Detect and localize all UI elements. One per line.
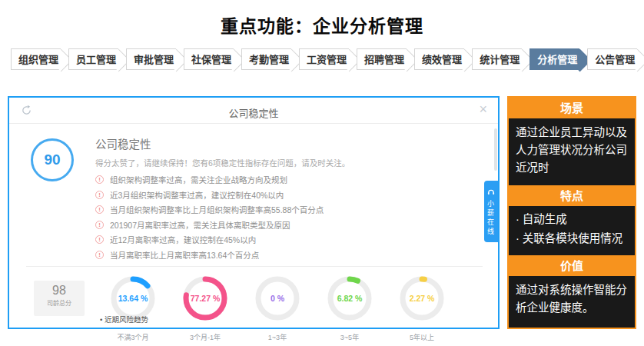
donut-gauge: 0 % [254,274,301,322]
modal-title: 公司稳定性 [9,105,498,120]
stability-score-section: 90 公司稳定性 得分太赞了，请继续保持！您有6项稳定性指标存在问题，请及时关注… [26,135,483,264]
feature-item: 关联各模块使用情况 [516,229,628,248]
scrollbar-thumb[interactable] [494,128,497,171]
donut-gauge: 77.27 % [181,274,229,322]
info-sidebar: 场景 通过企业员工异动以及人力管理状况分析公司近况时 特点 自动生成 关联各模块… [507,96,636,329]
report-title: 公司稳定性 [95,135,483,151]
sidebar-value-text: 通过对系统操作智能分析企业健康度。 [509,276,635,328]
modal-body: 90 公司稳定性 得分太赞了，请继续保持！您有6项稳定性指标存在问题，请及时关注… [9,125,498,328]
donut-value: 77.27 % [181,274,229,322]
sidebar-feature-list: 自动生成 关联各模块使用情况 [509,206,635,255]
headset-icon [487,188,495,195]
tenure-total-score-box: 98 司龄总分 [34,281,85,316]
tenure-distribution-section: 98 司龄总分 13.64 % 不满3个月 [26,266,483,342]
stability-score-gauge: 90 [31,138,74,181]
warning-item: !组织架构调整率过高，需关注企业战略方向及规划 [95,174,483,185]
donut-label: 3~5年 [340,332,359,342]
tab-recruiting[interactable]: 招聘管理 [357,48,407,70]
tenure-total-score: 98 [34,284,85,298]
online-service-label: 小薪在线 [486,200,496,237]
warning-item: !当月组织架构调整率比上月组织架构调整率高55.88个百分点 [95,204,483,215]
donut-value: 0 % [254,274,301,322]
warning-icon: ! [95,205,104,214]
sidebar-scene-text: 通过企业员工异动以及人力管理状况分析公司近况时 [509,118,635,185]
warning-item: !近12月离职率过高，建议控制在45%以内 [95,234,483,245]
tab-approval[interactable]: 审批管理 [126,48,176,70]
stability-report: 公司稳定性 得分太赞了，请继续保持！您有6项稳定性指标存在问题，请及时关注。 !… [95,135,483,264]
warning-icon: ! [95,221,104,229]
donut-value: 6.82 % [326,274,373,322]
donut-tenure-under-3m: 13.64 % 不满3个月 [97,274,169,342]
tab-attendance[interactable]: 考勤管理 [241,48,291,70]
tab-social-security[interactable]: 社保管理 [184,48,234,70]
warning-icon: ! [95,175,104,184]
tab-organization[interactable]: 组织管理 [11,48,61,70]
page-title: 重点功能：企业分析管理 [0,12,644,38]
feature-item: 自动生成 [516,210,628,229]
donut-gauge: 2.27 % [398,274,446,322]
donut-label: 1~3年 [268,332,287,342]
tab-statistics[interactable]: 统计管理 [472,48,522,70]
tenure-total-label: 司龄总分 [34,298,85,307]
donut-label: 不满3个月 [117,332,148,342]
donut-label: 5年以上 [410,332,434,342]
donut-tenure-1-3y: 0 % 1~3年 [241,274,314,342]
sidebar-section-title-value: 价值 [509,255,635,276]
warning-item: !201907月离职率过高，需关注具体离职类型及原因 [95,219,483,231]
module-tabbar: 组织管理 员工管理 审批管理 社保管理 考勤管理 工资管理 招聘管理 绩效管理 … [11,48,644,70]
online-service-tab[interactable]: 小薪在线 [484,181,498,242]
donut-gauge: 6.82 % [326,274,373,322]
modal-header: 公司稳定性 × [9,98,498,124]
warning-item: !当月离职率比上月离职率高13.64个百分点 [95,249,483,261]
warning-item: !近3月组织架构调整率过高，建议控制在40%以内 [95,189,483,201]
tab-announcement[interactable]: 公告管理 [587,48,637,70]
warning-icon: ! [95,251,104,259]
sidebar-section-title-scene: 场景 [509,98,635,118]
donut-tenure-3m-1y: 77.27 % 3个月-1年 [169,274,241,342]
tab-employee[interactable]: 员工管理 [68,48,118,70]
company-stability-modal: 公司稳定性 × 90 公司稳定性 得分太赞了，请继续保持！您有6项稳定性指标存在… [8,96,500,329]
donut-value: 2.27 % [398,274,446,322]
tab-salary[interactable]: 工资管理 [299,48,349,70]
warning-icon: ! [95,235,104,244]
report-summary: 得分太赞了，请继续保持！您有6项稳定性指标存在问题，请及时关注。 [95,157,483,168]
tab-performance[interactable]: 绩效管理 [414,48,464,70]
close-icon[interactable]: × [479,102,487,116]
next-section-title: 近期风险趋势 [100,314,148,324]
warning-icon: ! [95,191,104,199]
tab-analysis[interactable]: 分析管理 [529,48,579,70]
donut-tenure-over-5y: 2.27 % 5年以上 [386,274,458,342]
donut-tenure-3-5y: 6.82 % 3~5年 [314,274,386,342]
sidebar-section-title-features: 特点 [509,185,635,206]
donut-label: 3个月-1年 [190,332,221,342]
